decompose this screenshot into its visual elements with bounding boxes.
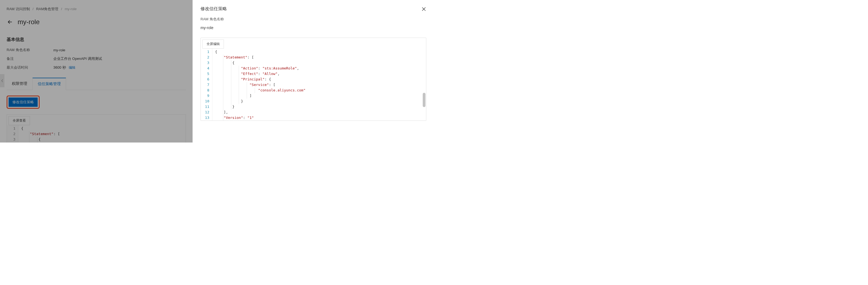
modify-trust-drawer: 修改信任策略 RAM 角色名称 my-role 全屏编辑 12345678910… xyxy=(192,0,434,143)
main-content: RAM 访问控制 / RAM角色管理 / my-role my-role 基本信… xyxy=(0,0,192,143)
editor-line-numbers: 12345678910111213 xyxy=(201,48,212,120)
editor-code-content[interactable]: { "Statement": [ { "Action": "sts:Assume… xyxy=(212,48,426,120)
modal-overlay[interactable] xyxy=(0,0,192,143)
close-icon[interactable] xyxy=(421,7,426,11)
drawer-title: 修改信任策略 xyxy=(200,6,227,12)
policy-editor[interactable]: 全屏编辑 12345678910111213 { "Statement": [ … xyxy=(200,38,426,121)
drawer-role-value: my-role xyxy=(200,26,426,30)
fullscreen-edit-button[interactable]: 全屏编辑 xyxy=(203,40,224,48)
editor-scrollbar-thumb[interactable] xyxy=(423,93,426,107)
drawer-role-label: RAM 角色名称 xyxy=(200,17,426,22)
